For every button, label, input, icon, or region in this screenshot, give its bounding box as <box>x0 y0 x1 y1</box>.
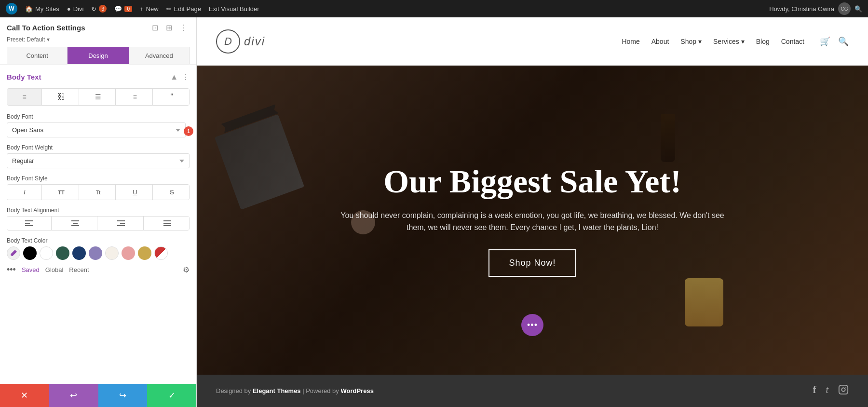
color-settings-icon[interactable]: ⚙ <box>183 265 190 274</box>
color-red-diagonal[interactable] <box>154 246 168 260</box>
body-text-section-header: Body Text ▲ ⋮ <box>7 72 190 81</box>
search-icon[interactable]: 🔍 <box>854 5 862 13</box>
panel-header: Call To Action Settings ⊡ ⊞ ⋮ Preset: De… <box>0 17 196 65</box>
user-info[interactable]: Howdy, Christina Gwira CG 🔍 <box>769 2 862 15</box>
grid-icon[interactable]: ⊞ <box>164 22 174 33</box>
site-preview: D divi Home About Shop ▾ Services ▾ Blog… <box>197 17 868 407</box>
main-layout: Call To Action Settings ⊡ ⊞ ⋮ Preset: De… <box>0 17 868 407</box>
hero-cta-button[interactable]: Shop Now! <box>488 249 576 277</box>
user-display-name: Howdy, Christina Gwira <box>769 5 834 13</box>
nav-shop[interactable]: Shop ▾ <box>680 38 702 45</box>
nav-icons: 🛒 🔍 <box>820 36 849 47</box>
nav-services[interactable]: Services ▾ <box>713 38 745 45</box>
color-dark-green[interactable] <box>56 246 69 260</box>
tab-design[interactable]: Design <box>68 47 128 64</box>
more-options-icon[interactable]: ⋮ <box>178 22 190 33</box>
pencil-icon: ✏ <box>166 5 172 13</box>
svg-rect-4 <box>73 223 78 224</box>
color-black[interactable] <box>23 246 37 260</box>
body-font-select[interactable]: Open Sans Arial Georgia Helvetica <box>7 122 186 137</box>
tab-advanced[interactable]: Advanced <box>129 47 190 64</box>
redo-button[interactable]: ↪ <box>98 384 148 407</box>
wordpress-logo-icon[interactable]: W <box>6 3 17 14</box>
align-right-button[interactable] <box>99 217 144 230</box>
responsive-icon[interactable]: ⊡ <box>150 22 160 33</box>
svg-rect-9 <box>163 220 171 221</box>
underline-style-button[interactable]: U <box>118 185 152 200</box>
nav-about[interactable]: About <box>651 38 669 45</box>
updates-link[interactable]: ↻ 3 <box>91 5 107 13</box>
color-cream[interactable] <box>105 246 119 260</box>
confirm-button[interactable]: ✓ <box>147 384 196 407</box>
eyedropper-tool[interactable] <box>7 246 20 260</box>
global-colors-link[interactable]: Global <box>45 266 64 273</box>
search-icon[interactable]: 🔍 <box>838 36 849 47</box>
recent-colors-link[interactable]: Recent <box>69 266 89 273</box>
uppercase-style-button[interactable]: TT <box>44 185 79 200</box>
wordpress-link[interactable]: WordPress <box>340 387 373 394</box>
preset-selector[interactable]: Preset: Default ▾ <box>7 36 190 43</box>
color-pink[interactable] <box>122 246 135 260</box>
section-more-icon[interactable]: ⋮ <box>182 72 190 81</box>
color-options-row: ••• Saved Global Recent ⚙ <box>7 265 190 275</box>
elegant-themes-link[interactable]: Elegant Themes <box>253 387 301 394</box>
nav-home[interactable]: Home <box>622 38 639 45</box>
cart-icon[interactable]: 🛒 <box>820 36 830 47</box>
comments-link[interactable]: 💬 0 <box>114 5 132 13</box>
color-lavender[interactable] <box>89 246 102 260</box>
nav-contact[interactable]: Contact <box>781 38 804 45</box>
twitter-icon[interactable]: t <box>826 384 828 397</box>
edit-page-link[interactable]: ✏ Edit Page <box>166 5 201 13</box>
align-justify-button[interactable] <box>146 217 190 230</box>
italic-style-button[interactable]: I <box>7 185 42 200</box>
tab-content[interactable]: Content <box>7 47 68 64</box>
strikethrough-style-button[interactable]: S <box>155 185 189 200</box>
settings-panel: Call To Action Settings ⊡ ⊞ ⋮ Preset: De… <box>0 17 197 407</box>
svg-rect-0 <box>25 220 33 221</box>
format-buttons-group: ≡ ⛓ ☰ ≡ " <box>7 88 190 106</box>
color-dots-icon[interactable]: ••• <box>7 265 16 275</box>
paragraph-format-button[interactable]: ≡ <box>7 89 42 105</box>
site-name-link[interactable]: ● Divi <box>67 5 84 13</box>
align-center-button[interactable] <box>54 217 98 230</box>
saved-colors-link[interactable]: Saved <box>22 266 40 273</box>
my-sites-link[interactable]: 🏠 My Sites <box>25 5 59 13</box>
svg-rect-8 <box>117 225 125 226</box>
footer-credit: Designed by Elegant Themes | Powered by … <box>216 387 374 394</box>
align-left-button[interactable] <box>7 217 52 230</box>
undo-button[interactable]: ↩ <box>49 384 98 407</box>
color-navy[interactable] <box>72 246 86 260</box>
logo-icon: D <box>216 29 240 54</box>
blockquote-button[interactable]: " <box>155 89 189 105</box>
ordered-list-button[interactable]: ≡ <box>118 89 152 105</box>
color-gold[interactable] <box>138 246 151 260</box>
hero-section: Our Biggest Sale Yet! You should never c… <box>197 66 868 375</box>
instagram-icon[interactable] <box>838 384 849 397</box>
color-white[interactable] <box>40 246 53 260</box>
floating-menu-button[interactable]: ••• <box>521 314 543 336</box>
capitalize-style-button[interactable]: Tt <box>81 185 116 200</box>
admin-bar: W 🏠 My Sites ● Divi ↻ 3 💬 0 + New ✏ Edit… <box>0 0 868 17</box>
nav-blog[interactable]: Blog <box>756 38 770 45</box>
site-logo[interactable]: D divi <box>216 29 265 54</box>
new-content-link[interactable]: + New <box>140 5 159 13</box>
body-text-alignment-label: Body Text Alignment <box>7 207 190 214</box>
body-text-color-field: Body Text Color ••• <box>7 237 190 275</box>
facebook-icon[interactable]: f <box>813 384 816 397</box>
body-font-style-field: Body Font Style I TT Tt U S <box>7 175 190 200</box>
exit-builder-link[interactable]: Exit Visual Builder <box>209 5 259 13</box>
link-format-button[interactable]: ⛓ <box>44 89 79 105</box>
unordered-list-button[interactable]: ☰ <box>81 89 116 105</box>
site-navigation: Home About Shop ▾ Services ▾ Blog Contac… <box>622 36 849 47</box>
svg-rect-11 <box>163 225 171 226</box>
body-font-weight-field: Body Font Weight Regular Bold Light <box>7 144 190 168</box>
cancel-button[interactable]: ✕ <box>0 384 49 407</box>
footer-social-links: f t <box>813 384 849 397</box>
collapse-section-button[interactable]: ▲ <box>170 73 178 81</box>
svg-rect-3 <box>71 220 79 221</box>
body-text-color-label: Body Text Color <box>7 237 190 244</box>
body-font-weight-select[interactable]: Regular Bold Light <box>7 153 190 168</box>
svg-rect-12 <box>839 385 848 394</box>
font-style-buttons: I TT Tt U S <box>7 184 190 200</box>
site-footer: Designed by Elegant Themes | Powered by … <box>197 375 868 407</box>
